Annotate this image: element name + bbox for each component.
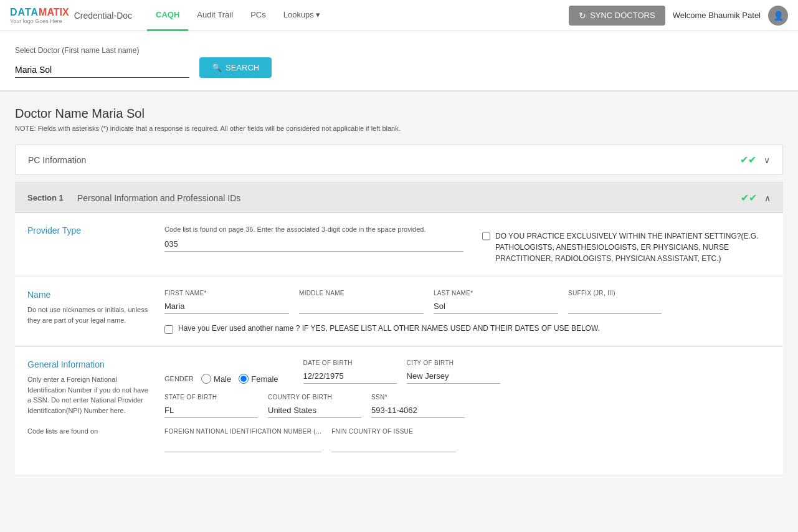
- welcome-text: Welcome Bhaumik Patel: [673, 11, 761, 20]
- provider-code-label: Code list is found on page 36. Enter the…: [164, 226, 463, 233]
- inpatient-label: DO YOU PRACTICE EXCLUSIVELY WITHIN THE I…: [495, 230, 771, 264]
- first-name-value: Maria: [164, 299, 289, 314]
- provider-type-section: Provider Type Code list is found on page…: [15, 213, 783, 277]
- country-of-birth-value: United States: [268, 403, 361, 418]
- ssn-label: SSN*: [371, 394, 465, 401]
- middle-name-label: MIDDLE NAME: [299, 290, 424, 297]
- suffix-value: [568, 299, 662, 314]
- logo-text2: MATIX: [39, 7, 69, 18]
- logo-text: DATA: [10, 7, 39, 18]
- sync-doctors-button[interactable]: ↻ SYNC DOCTORS: [569, 6, 665, 26]
- name-section-desc: Do not use nicknames or initials, unless…: [27, 305, 152, 325]
- nav-lookups[interactable]: Lookups ▾: [275, 0, 330, 31]
- nav-audit-trail[interactable]: Audit Trail: [188, 0, 242, 31]
- section1-number: Section 1: [27, 193, 77, 202]
- middle-name-value: [299, 299, 424, 314]
- gender-label: GENDER: [164, 375, 194, 382]
- name-section-title: Name: [27, 290, 152, 300]
- another-name-label: Have you Ever used another name ? IF YES…: [178, 324, 600, 333]
- city-of-birth-value: New Jersey: [407, 369, 500, 384]
- fnin-label: FOREIGN NATIONAL IDENTIFICATION NUMBER (…: [164, 428, 321, 435]
- nav-pcs[interactable]: PCs: [242, 0, 275, 31]
- gender-female-radio[interactable]: [239, 374, 249, 384]
- search-row: 🔍 SEARCH: [15, 57, 783, 78]
- general-info-section: General Information Only enter a Foreign…: [15, 347, 783, 475]
- fnin-country-value: [331, 437, 456, 452]
- pc-collapse-icon[interactable]: ∨: [764, 155, 770, 165]
- pc-check-icon: ✔✔: [740, 154, 756, 166]
- logo-tagline: Your logo Goes Here: [10, 18, 62, 24]
- general-info-title: General Information: [27, 359, 152, 369]
- search-input[interactable]: [15, 62, 189, 78]
- search-label: Select Doctor (First name Last name): [15, 46, 783, 55]
- pc-panel-title: PC Information: [28, 155, 86, 165]
- navbar: DATAMATIX Your logo Goes Here Credential…: [0, 0, 798, 31]
- ssn-value: 593-11-4062: [371, 403, 465, 418]
- state-of-birth-value: FL: [164, 403, 258, 418]
- first-name-label: FIRST NAME*: [164, 290, 289, 297]
- gender-male-option[interactable]: Male: [201, 374, 231, 384]
- pc-panel-header[interactable]: PC Information ✔✔ ∨: [16, 145, 782, 174]
- last-name-value: Sol: [434, 299, 558, 314]
- nav-caqh[interactable]: CAQH: [147, 0, 188, 31]
- provider-code-value: 035: [164, 237, 463, 252]
- section1-check-icon: ✔✔: [741, 192, 757, 204]
- name-section: Name Do not use nicknames or initials, u…: [15, 277, 783, 347]
- sync-icon: ↻: [579, 11, 586, 21]
- gender-female-option[interactable]: Female: [239, 374, 278, 384]
- section1-container: Section 1 Personal Information and Profe…: [15, 183, 783, 475]
- state-of-birth-label: STATE OF BIRTH: [164, 394, 258, 401]
- nav-links: CAQH Audit Trail PCs Lookups ▾: [147, 0, 569, 31]
- section1-header[interactable]: Section 1 Personal Information and Profe…: [15, 183, 783, 213]
- avatar: 👤: [768, 6, 788, 26]
- search-area: Select Doctor (First name Last name) 🔍 S…: [0, 31, 798, 92]
- dob-value: 12/22/1975: [303, 369, 397, 384]
- provider-type-label: Provider Type: [27, 226, 152, 235]
- dob-label: DATE OF BIRTH: [303, 359, 397, 366]
- section1-title: Personal Information and Professional ID…: [77, 193, 741, 203]
- main-content: Doctor Name Maria Sol NOTE: Fields with …: [0, 92, 798, 490]
- navbar-right: ↻ SYNC DOCTORS Welcome Bhaumik Patel 👤: [569, 6, 788, 26]
- last-name-label: LAST NAME*: [434, 290, 558, 297]
- inpatient-checkbox[interactable]: [482, 232, 490, 240]
- doctor-title: Doctor Name Maria Sol: [15, 107, 783, 121]
- general-info-desc: Only enter a Foreign National Identifica…: [27, 374, 152, 436]
- suffix-label: SUFFIX (JR, III): [568, 290, 662, 297]
- app-name: Credential-Doc: [74, 11, 132, 21]
- section1-collapse-icon[interactable]: ∧: [764, 193, 771, 203]
- note-text: NOTE: Fields with asterisks (*) indicate…: [15, 125, 783, 132]
- fnin-country-label: FNIN COUNTRY OF ISSUE: [331, 428, 456, 435]
- another-name-checkbox[interactable]: [164, 325, 173, 334]
- brand-logo: DATAMATIX Your logo Goes Here Credential…: [10, 7, 132, 24]
- search-icon: 🔍: [212, 63, 222, 72]
- gender-male-radio[interactable]: [201, 374, 211, 384]
- fnin-value: [164, 437, 321, 452]
- search-button[interactable]: 🔍 SEARCH: [199, 57, 272, 78]
- city-of-birth-label: CITY OF BIRTH: [407, 359, 500, 366]
- pc-information-panel: PC Information ✔✔ ∨: [15, 145, 783, 175]
- country-of-birth-label: COUNTRY OF BIRTH: [268, 394, 361, 401]
